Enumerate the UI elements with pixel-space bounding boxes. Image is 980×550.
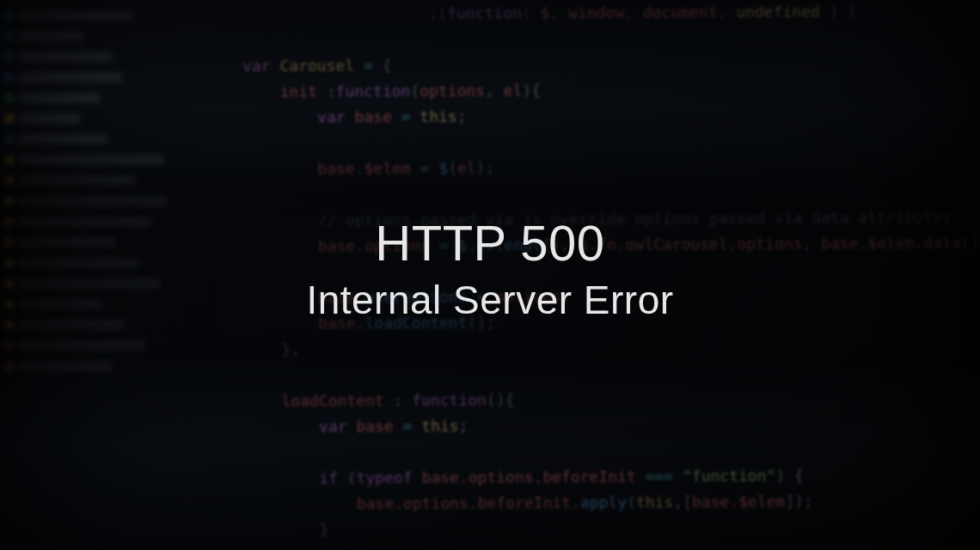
file-name-placeholder: [19, 72, 122, 82]
file-icon: [5, 11, 14, 20]
file-tree-item: [5, 7, 167, 24]
error-hero: ;(function( $, window, document, undefin…: [0, 0, 980, 550]
error-message: Internal Server Error: [0, 276, 980, 326]
file-icon: [5, 52, 14, 61]
file-tree-item: [5, 28, 167, 45]
file-icon: [5, 94, 14, 102]
file-name-placeholder: [19, 93, 100, 103]
file-name-placeholder: [19, 52, 113, 62]
error-title-block: HTTP 500 Internal Server Error: [0, 215, 980, 325]
file-name-placeholder: [19, 31, 83, 41]
error-code: HTTP 500: [0, 215, 980, 272]
file-icon: [5, 32, 14, 40]
file-tree-item: [5, 69, 167, 86]
file-tree-item: [5, 48, 167, 65]
file-name-placeholder: [19, 10, 132, 21]
file-icon: [5, 73, 14, 82]
